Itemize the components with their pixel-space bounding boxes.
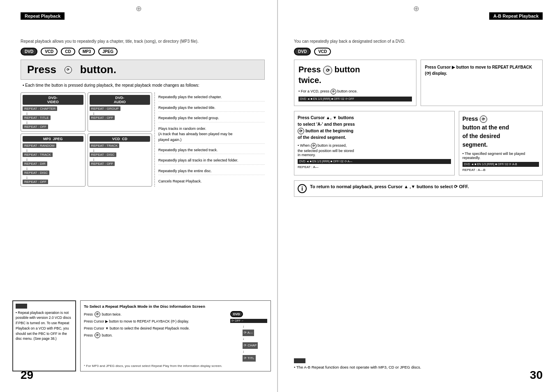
page-number-left: 29 (21, 369, 33, 382)
repeat-button-icon: ⟳ (65, 66, 72, 74)
dvd-audio-modes: REPEAT : GROUP ↓ REPEAT : OFF (90, 106, 150, 120)
bottom-modes-row: MP3 JPEG REPEAT : RANDOM ↓ REPEAT : TRAC… (21, 134, 152, 187)
cursor-button-box: Press Cursor ▶ button to move to REPEAT … (421, 60, 543, 106)
dvd-chapter: REPEAT : CHAPTER (23, 106, 57, 111)
main-two-col: Press ⟳ buttontwice. • For a VCD, press … (294, 60, 543, 106)
arrow5: ↓ (23, 157, 28, 161)
return-normal-text: To return to normal playback, press Curs… (310, 184, 469, 189)
desc-chapter: Repeatedly plays the selected chapter. (158, 94, 265, 101)
dvd-badge: DVD (230, 311, 243, 317)
dvd-audio-group: REPEAT : GROUP (90, 106, 120, 111)
page-container: ⊕ Repeat Playback Repeat playback allows… (0, 0, 555, 392)
repeat-ab-label: REPEAT : A—B (462, 168, 539, 172)
arrow2: ↓ (23, 120, 28, 125)
diag-repeat-a: ⟳ A— (243, 330, 254, 336)
vcd-disc: REPEAT : DISC (90, 152, 116, 157)
dvd-title: REPEAT : TITLE (23, 115, 51, 120)
press-label: Press (27, 63, 56, 76)
left-note-box: • Repeat playback operation is not possi… (12, 300, 76, 371)
dvd-off: REPEAT : OFF (23, 125, 48, 129)
dvd-audio-header: DVD-AUDIO (90, 95, 150, 105)
button-label: button. (80, 63, 116, 76)
ab-btn-icon1: ⟳ (298, 128, 304, 134)
top-crosshair-right: ⊕ (413, 4, 419, 13)
vcd-cd-header: VCD CD (90, 136, 150, 142)
step4: Press ⟳ button. (84, 332, 227, 339)
info-icon: i (298, 184, 307, 193)
press-twice-box: Press ⟳ buttontwice. • For a VCD, press … (294, 60, 416, 106)
diag-down2: ↓ (243, 336, 267, 342)
arrow8: ↓ (90, 148, 95, 152)
page-number-right: 30 (530, 369, 543, 382)
arrow7: ↓ (23, 175, 28, 180)
right-page: ⊕ A-B Repeat Playback You can repeatedly… (278, 0, 555, 392)
top-modes-row: DVD-VIDEO REPEAT : CHAPTER ↓ REPEAT : TI… (21, 92, 152, 131)
arrow3: ↓ (90, 111, 95, 115)
step1: Press ⟳ button twice. (84, 311, 227, 318)
dvd-audio-off: REPEAT : OFF (90, 115, 115, 120)
format-vcd: VCD (41, 48, 58, 55)
vcd-cd-column: VCD CD REPEAT : TRACK ↓ REPEAT : DISC ↓ … (88, 134, 153, 187)
diagram-items: ↓ ⟳ A— ↓ ⟳ CHAP ↓ ⟳ TITL (230, 324, 267, 362)
right-dvd-badge: DVD (294, 48, 311, 55)
format-cd: CD (61, 48, 75, 55)
repeat-a-label: REPEAT : A— (298, 165, 451, 169)
step1-btn: ⟳ (95, 311, 100, 317)
status-a: DVD ◄ ■ EN 1/3 |RRR| ■ OFF/ 02 ⟳ A— (298, 159, 451, 164)
disc-info-content: Press ⟳ button twice. Press Cursor ▶ but… (84, 311, 267, 362)
left-page: ⊕ Repeat Playback Repeat playback allows… (0, 0, 278, 392)
desc-folder: Repeatedly plays all tracks in the selec… (158, 157, 265, 165)
disc-note: * For MP3 and JPEG discs, you cannot sel… (84, 364, 267, 368)
descriptions-column: Repeatedly plays the selected chapter. R… (154, 92, 265, 187)
ab-end-title: Press ⟳button at the endof the desiredse… (462, 115, 539, 149)
dvd-video-column: DVD-VIDEO REPEAT : CHAPTER ↓ REPEAT : TI… (21, 92, 86, 131)
right-bottom-note: • The A-B Repeat function does not opera… (294, 358, 543, 369)
ab-cursor-box: Press Cursor ▲, ▼ buttonsto select 'A-' … (294, 111, 455, 175)
right-vcd-badge: VCD (314, 48, 331, 55)
desc-group: Repeatedly plays the selected group. (158, 115, 265, 122)
desc-track: Repeatedly plays the selected track. (158, 147, 265, 154)
step3: Press Cursor ▼ button to select the desi… (84, 325, 227, 332)
dvd-video-header: DVD-VIDEO (23, 95, 83, 105)
ab-cursor-title: Press Cursor ▲, ▼ buttonsto select 'A-' … (298, 115, 451, 141)
press-twice-title: Press ⟳ buttontwice. (298, 64, 412, 85)
diag-a: ↓ (243, 324, 267, 330)
desc-title: Repeatedly plays the selected title. (158, 104, 265, 112)
step2: Press Cursor ▶ button to move to REPEAT … (84, 318, 227, 325)
right-note-header (294, 358, 305, 363)
step4-btn: ⟳ (95, 332, 100, 338)
status-ab: DVD ◄ ■ EN 1/3 |RRR| ■ OFF/ 02 ⟳ A-B (462, 162, 539, 167)
ab-btn-icon2: ⟳ (480, 115, 487, 123)
mp3-jpeg-column: MP3 JPEG REPEAT : RANDOM ↓ REPEAT : TRAC… (21, 134, 86, 187)
big-press-heading: Press ⟳ button. (21, 60, 265, 80)
format-dvd: DVD (21, 48, 37, 55)
vcd-track: REPEAT : TRACK (90, 143, 120, 148)
arrow1: ↓ (23, 111, 28, 115)
ab-section: Press Cursor ▲, ▼ buttonsto select 'A-' … (294, 111, 543, 175)
repeat-subtext: • Each time the button is pressed during… (21, 83, 265, 88)
arrow4: ↓ (23, 148, 28, 152)
vcd-cd-modes: REPEAT : TRACK ↓ REPEAT : DISC ↓ REPEAT … (90, 143, 150, 166)
status-bar-off-right: DVD ◄ ■ EN 1/3 |RRR| ■ OFF/ 02 ⟳ OFF (298, 97, 412, 101)
disc-info-title: To Select a Repeat Playback Mode in the … (84, 304, 267, 309)
arrow9: ↓ (90, 157, 95, 161)
left-page-title-box: Repeat Playback (21, 12, 65, 20)
mp3-disc: REPEAT : DISC (23, 171, 49, 175)
mode-columns: DVD-VIDEO REPEAT : CHAPTER ↓ REPEAT : TI… (21, 92, 152, 187)
top-crosshair: ⊕ (136, 4, 142, 13)
press-btn-icon: ⟳ (323, 66, 332, 75)
format-jpeg: JPEG (98, 48, 118, 55)
desc-random: Plays tracks in random order.(A track th… (158, 125, 265, 144)
cursor-button-text: Press Cursor ▶ button to move to REPEAT … (425, 64, 539, 76)
return-normal-box: i To return to normal playback, press Cu… (294, 180, 543, 197)
dvd-badge-row: DVD (230, 311, 245, 317)
diag-down3: ↓ (243, 349, 267, 355)
disc-diagram: DVD ⟳ OFF ← ↓ ⟳ A— ↓ ⟳ CHAP ↓ ⟳ TITL (230, 311, 267, 362)
format-badges-left: DVD VCD CD MP3 JPEG (21, 48, 265, 55)
diag-titl: ⟳ TITL (243, 355, 256, 362)
mp3-random: REPEAT : RANDOM (23, 143, 56, 148)
note-text-left: • Repeat playback operation is not possi… (16, 311, 71, 341)
ab-end-note: • The specified segment will be played r… (462, 152, 539, 160)
right-note-text: • The A-B Repeat function does not opera… (294, 365, 543, 369)
disc-steps: Press ⟳ button twice. Press Cursor ▶ but… (84, 311, 227, 362)
